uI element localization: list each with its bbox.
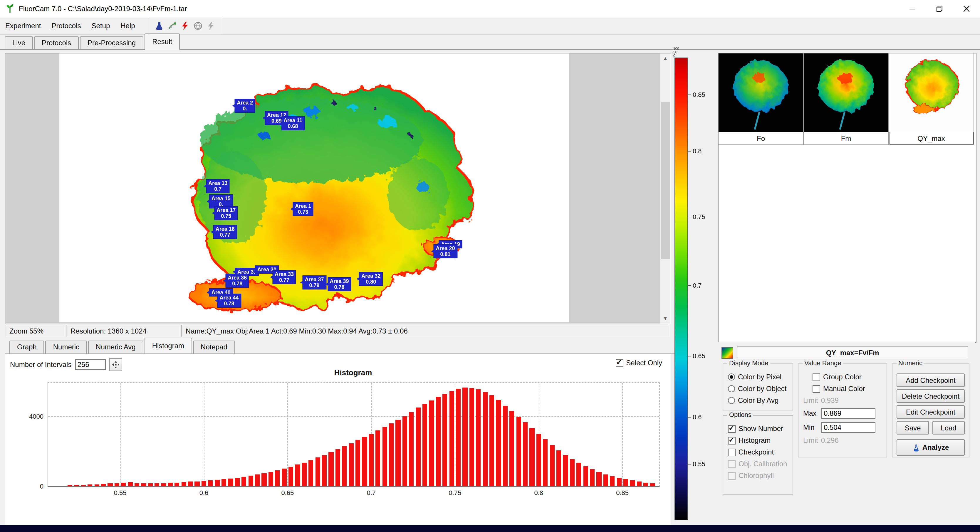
select-only-checkbox[interactable] [616,359,623,367]
colorbar-top-label: 100 [673,47,679,51]
menu-setup[interactable]: Setup [86,19,115,32]
branch-icon[interactable] [167,21,177,31]
checkbox-checkpoint[interactable] [728,448,736,456]
edit-checkpoint-button[interactable]: Edit Checkpoint [897,405,965,419]
scrollbar-thumb[interactable] [661,102,670,259]
object-info-status: Name:QY_max Obj:Area 1 Act:0.69 Min:0.30… [181,325,670,337]
radio-color-by-pixel[interactable] [728,373,735,381]
gray-lightning-icon[interactable] [206,21,216,31]
checkbox-show-number[interactable] [728,425,736,432]
minimize-button[interactable] [899,0,926,17]
histogram-bar [175,483,180,486]
histogram-bar [282,468,286,486]
thumbnail-fo[interactable]: Fo [719,54,804,145]
tab-graph[interactable]: Graph [10,341,45,354]
fluorescence-image[interactable]: Area 20.Area 120.69Area 110.68Area 130.7… [59,54,569,322]
area-annotation[interactable]: Area 10.73 [293,202,313,215]
manual-color-checkbox[interactable] [813,385,820,392]
limit-bottom-row: Limit 0.296 [799,435,886,446]
colormap-icon[interactable] [721,347,733,359]
histogram-bar [416,408,420,486]
add-checkpoint-button[interactable]: Add Checkpoint [897,373,965,387]
analyze-button[interactable]: Analyze [897,439,965,456]
thumbnail-qy-max[interactable]: QY_max [889,54,974,145]
options-group: Options Show NumberHistogramCheckpointOb… [723,415,793,495]
area-annotation[interactable]: Area 370.79 [303,276,326,289]
tab-numeric-avg[interactable]: Numeric Avg [88,341,143,354]
save-button[interactable]: Save [897,421,929,435]
delete-checkpoint-button[interactable]: Delete Checkpoint [897,389,965,403]
colorbar-tick: 0.8 [688,148,702,154]
histogram-bar [221,479,226,486]
area-annotation[interactable]: Area 180.77 [214,225,237,238]
flask-blue-icon[interactable] [154,21,164,31]
area-annotation-name: Area 13 [208,181,228,186]
area-annotation-value: 0.79 [305,283,324,288]
tab-histogram[interactable]: Histogram [145,338,192,354]
tab-notepad[interactable]: Notepad [193,341,235,354]
scrollbar-down-icon[interactable]: ▼ [660,314,670,324]
resolution-status: Resolution: 1360 x 1024 [66,325,180,337]
histogram-bar [570,459,574,486]
histogram-bar [74,485,79,486]
radio-color-by-avg[interactable] [728,397,735,404]
close-button[interactable] [953,0,980,17]
area-annotation[interactable]: Area 320.80 [360,272,382,285]
histogram-bar [489,395,494,486]
histogram-bar [202,481,206,486]
min-input[interactable] [821,422,875,433]
area-annotation-name: Area 20 [436,245,455,251]
menu-experiment[interactable]: Experiment [0,19,46,32]
area-annotation[interactable]: Area 330.77 [273,270,296,283]
max-label: Max [803,409,818,418]
thumbnail-fm[interactable]: Fm [804,54,889,145]
toolbar [149,17,221,34]
tab-pre-processing[interactable]: Pre-Processing [80,37,143,49]
menu-help[interactable]: Help [115,19,140,32]
area-annotation[interactable]: Area 390.78 [328,278,351,291]
globe-icon[interactable] [193,21,203,31]
area-annotation-name: Area 37 [305,276,324,283]
menu-protocols[interactable]: Protocols [46,19,86,32]
group-color-checkbox[interactable] [813,373,820,381]
area-annotation[interactable]: Area 110.68 [282,117,304,130]
tick-mark [688,417,691,417]
area-annotation[interactable]: Area 170.75 [215,206,237,219]
tick-label: 0.8 [693,148,702,154]
tab-live[interactable]: Live [5,37,33,49]
histogram-bar [355,440,360,486]
x-tick-label: 0.6 [199,489,208,496]
checkbox-histogram[interactable] [728,437,736,444]
histogram-bar [309,460,313,486]
red-lightning-icon[interactable] [180,21,190,31]
tab-numeric[interactable]: Numeric [46,341,87,354]
area-annotation[interactable]: Area 20. [235,99,255,112]
radio-color-by-object[interactable] [728,385,735,392]
histogram-bar [563,455,568,486]
tab-result[interactable]: Result [145,33,180,50]
histogram-bar [315,458,320,486]
menu-bar: ExperimentProtocolsSetupHelp [0,17,980,35]
tick-mark [688,151,691,151]
area-annotation[interactable]: Area 130.7 [207,180,229,193]
histogram-bar [154,483,159,486]
value-range-legend: Value Range [803,359,843,367]
area-annotation[interactable]: Area 150. [210,195,232,208]
histogram-bar [409,412,414,486]
area-annotation-name: Area 33 [275,271,294,277]
tab-protocols[interactable]: Protocols [34,37,79,49]
area-annotation[interactable]: Area 440.78 [218,294,240,307]
image-scrollbar[interactable]: ▲ ▼ [660,54,670,324]
manual-color-label: Manual Color [823,384,865,393]
colorbar-tick: 0.65 [688,352,705,359]
maximize-button[interactable] [926,0,953,17]
histogram-bar [141,483,146,486]
scrollbar-up-icon[interactable]: ▲ [660,54,670,64]
histogram-bar [530,428,535,486]
load-button[interactable]: Load [932,421,965,435]
area-annotation[interactable]: Area 360.78 [226,274,248,287]
histogram-bar [630,481,635,486]
area-annotation[interactable]: Area 200.81 [434,245,457,257]
max-input[interactable] [821,408,875,419]
tick-label: 0.85 [693,91,705,98]
